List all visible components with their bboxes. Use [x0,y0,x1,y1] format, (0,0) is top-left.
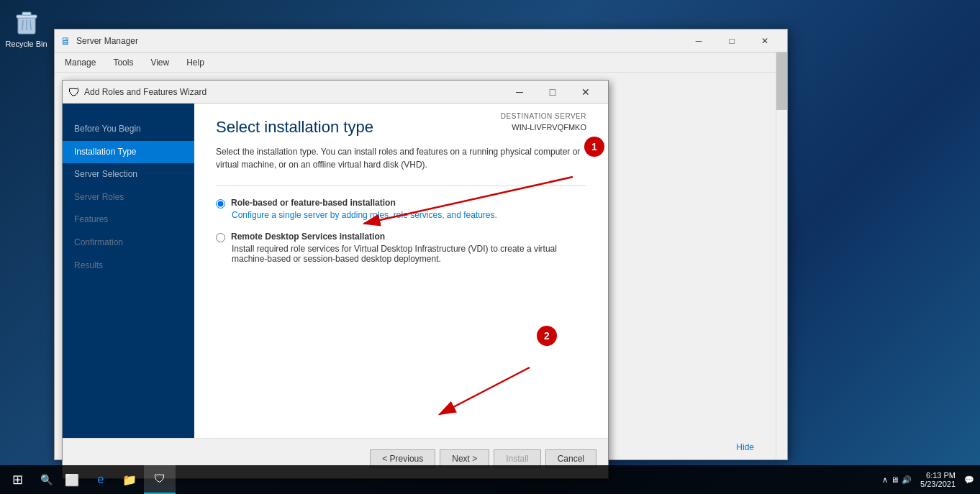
wizard-controls: ─ □ ✕ [503,81,602,104]
wizard-nav: Before You Begin Installation Type Serve… [63,104,194,438]
search-button[interactable]: 🔍 [35,465,58,494]
radio-role-based-label[interactable]: Role-based or feature-based installation [216,198,586,209]
dest-server-name: WIN-LIVFRVQFMKO [501,122,586,134]
file-explorer-taskbar[interactable]: 📁 [115,465,144,494]
nav-confirmation: Confirmation [63,232,194,255]
wizard-dialog: 🛡 Add Roles and Features Wizard ─ □ ✕ Be… [62,80,609,479]
svg-line-5 [30,20,31,30]
wizard-separator [216,186,586,186]
server-manager-controls: ─ □ ✕ [682,29,781,52]
taskbar-right: ∧ 🖥 🔊 6:13 PM 5/23/2021 💬 [882,471,980,488]
internet-explorer-taskbar[interactable]: e [86,465,115,494]
radio-role-based-title: Role-based or feature-based installation [231,198,396,208]
wizard-title: Add Roles and Features Wizard [84,87,503,97]
radio-remote-desktop-title: Remote Desktop Services installation [231,232,385,242]
radio-remote-desktop-input[interactable] [216,233,225,242]
network-icon: 🖥 [891,475,899,484]
nav-server-selection[interactable]: Server Selection [63,163,194,186]
wizard-titlebar: 🛡 Add Roles and Features Wizard ─ □ ✕ [63,81,608,104]
menu-view[interactable]: View [143,52,176,73]
wizard-maximize-button[interactable]: □ [536,81,569,104]
task-view-button[interactable]: ⬜ [58,465,86,494]
wizard-icon: 🛡 [68,86,80,98]
dest-server-label: DESTINATION SERVER [501,111,586,122]
desktop: Recycle Bin 🖥 Server Manager ─ □ ✕ Manag… [0,0,980,494]
hide-button[interactable]: Hide [736,442,754,452]
clock-date: 5/23/2021 [920,480,956,488]
server-manager-scrollbar[interactable] [776,52,787,459]
server-manager-menubar: Manage Tools View Help [55,52,787,73]
nav-installation-type[interactable]: Installation Type [63,141,194,164]
radio-remote-desktop-label[interactable]: Remote Desktop Services installation [216,232,586,242]
svg-rect-1 [17,15,37,18]
radio-option-remote-desktop: Remote Desktop Services installation Ins… [216,232,586,264]
server-manager-title: Server Manager [76,36,682,46]
menu-manage[interactable]: Manage [58,52,103,73]
server-manager-window: 🖥 Server Manager ─ □ ✕ Manage Tools View… [54,29,788,460]
wizard-close-button[interactable]: ✕ [569,81,602,104]
taskbar: ⊞ 🔍 ⬜ e 📁 🛡 ∧ 🖥 🔊 6:13 PM 5/23/2021 💬 [0,465,980,494]
recycle-bin-icon[interactable]: Recycle Bin [0,1,53,55]
nav-before-you-begin[interactable]: Before You Begin [63,118,194,141]
wizard-content: Select installation type DESTINATION SER… [194,104,608,438]
radio-role-based-input[interactable] [216,199,225,209]
nav-features: Features [63,209,194,232]
radio-option-role-based: Role-based or feature-based installation… [216,198,586,220]
radio-remote-desktop-desc: Install required role services for Virtu… [232,244,586,264]
recycle-bin-label: Recycle Bin [5,40,47,48]
clock-time: 6:13 PM [920,471,956,480]
wizard-body: Before You Begin Installation Type Serve… [63,104,608,438]
sm-minimize-button[interactable]: ─ [682,29,715,52]
server-manager-titlebar: 🖥 Server Manager ─ □ ✕ [55,29,787,52]
taskbar-system-icons: ∧ [882,475,888,485]
scrollbar-thumb [776,52,787,110]
radio-role-based-desc: Configure a single server by adding role… [232,210,586,220]
notification-icon[interactable]: 💬 [964,475,974,485]
annotation-circle-2: 2 [537,326,557,346]
destination-server-info: DESTINATION SERVER WIN-LIVFRVQFMKO [501,111,586,134]
menu-help[interactable]: Help [179,52,212,73]
server-manager-icon: 🖥 [60,35,72,47]
annotation-circle-1: 1 [584,137,604,157]
nav-results: Results [63,255,194,278]
sm-close-button[interactable]: ✕ [748,29,781,52]
menu-tools[interactable]: Tools [106,52,140,73]
volume-icon: 🔊 [902,475,912,485]
wizard-header: Select installation type [216,118,373,137]
svg-line-3 [22,20,23,30]
server-manager-taskbar[interactable]: 🛡 [144,465,176,494]
svg-rect-2 [22,12,31,15]
wizard-description: Select the installation type. You can in… [216,145,586,171]
wizard-minimize-button[interactable]: ─ [503,81,536,104]
sm-maximize-button[interactable]: □ [715,29,748,52]
nav-server-roles: Server Roles [63,186,194,209]
start-button[interactable]: ⊞ [0,465,35,494]
taskbar-clock: 6:13 PM 5/23/2021 [915,471,961,488]
